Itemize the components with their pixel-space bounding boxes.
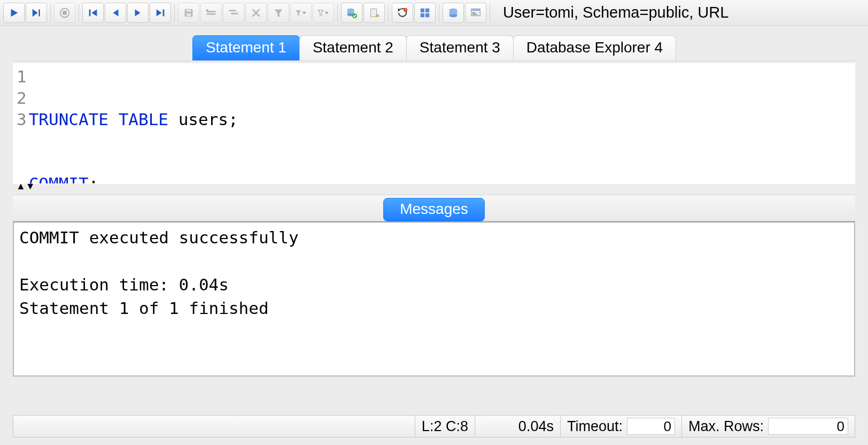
exec-time: 0.04s <box>475 416 561 437</box>
svg-rect-13 <box>186 13 191 16</box>
autocommit-icon: ! <box>397 7 408 19</box>
insert-row-icon <box>205 7 217 19</box>
svg-text:!: ! <box>405 8 406 12</box>
window-list-button[interactable] <box>465 3 486 23</box>
db-rollback-icon <box>368 7 380 19</box>
svg-marker-6 <box>91 9 97 16</box>
commit-button[interactable] <box>341 3 362 23</box>
stop-button[interactable] <box>54 3 75 23</box>
timeout-label: Timeout: <box>567 418 623 435</box>
svg-marker-21 <box>318 10 323 16</box>
rollback-button[interactable] <box>363 3 385 23</box>
sql-editor[interactable]: 1 2 3 TRUNCATE TABLE users; COMMIT; <box>13 63 855 184</box>
toolbar-separator <box>490 4 490 22</box>
save-icon <box>183 7 195 19</box>
svg-rect-40 <box>471 9 480 11</box>
grid-icon <box>419 7 431 19</box>
svg-rect-41 <box>472 12 476 13</box>
filter-dropdown-icon <box>295 7 307 19</box>
svg-rect-5 <box>89 9 91 16</box>
autocommit-toggle[interactable]: ! <box>392 3 413 23</box>
filter-button[interactable] <box>268 3 289 23</box>
svg-rect-10 <box>163 9 165 16</box>
svg-rect-34 <box>421 13 424 17</box>
db-explorer-button[interactable] <box>443 3 464 23</box>
duplicate-row-button[interactable] <box>223 3 244 23</box>
line-number: 3 <box>17 109 27 130</box>
svg-marker-22 <box>325 11 329 14</box>
svg-marker-0 <box>11 9 18 17</box>
filter-clear-button[interactable] <box>313 3 334 23</box>
toolbar-separator <box>174 4 175 22</box>
database-icon <box>447 7 459 19</box>
svg-marker-9 <box>157 9 162 16</box>
toolbar: ! User=tomi, Schema=public, URL <box>0 0 868 26</box>
save-button[interactable] <box>178 3 199 23</box>
toolbar-separator <box>337 4 338 22</box>
status-spacer <box>13 416 415 437</box>
next-record-button[interactable] <box>127 3 149 23</box>
first-icon <box>87 7 99 19</box>
last-record-button[interactable] <box>150 3 171 23</box>
svg-rect-42 <box>472 13 477 14</box>
filter-clear-icon <box>317 7 329 19</box>
stop-icon <box>59 7 71 19</box>
status-bar: L:2 C:8 0.04s Timeout: Max. Rows: <box>13 415 855 438</box>
code-line: COMMIT; <box>29 173 238 184</box>
timeout-input[interactable] <box>627 418 675 435</box>
filter-drop-button[interactable] <box>290 3 312 23</box>
svg-marker-20 <box>303 11 306 14</box>
delete-row-button[interactable] <box>245 3 267 23</box>
play-cursor-icon <box>30 7 42 19</box>
timeout-cell: Timeout: <box>561 416 682 437</box>
line-gutter: 1 2 3 <box>13 64 28 183</box>
run-current-button[interactable] <box>26 3 47 23</box>
svg-marker-18 <box>275 9 283 17</box>
insert-row-button[interactable] <box>200 3 222 23</box>
messages-panel[interactable]: COMMIT executed successfully Execution t… <box>13 221 855 377</box>
tab-messages[interactable]: Messages <box>383 198 485 221</box>
show-objects-button[interactable] <box>414 3 436 23</box>
svg-rect-14 <box>207 11 216 12</box>
db-commit-icon <box>346 7 358 19</box>
toolbar-separator <box>79 4 79 22</box>
svg-marker-1 <box>33 9 38 17</box>
svg-marker-19 <box>296 10 301 16</box>
filter-icon <box>273 7 284 19</box>
svg-marker-8 <box>135 9 141 16</box>
prev-record-button[interactable] <box>105 3 126 23</box>
splitter-handle[interactable]: ▲▼ <box>13 184 855 191</box>
toolbar-separator <box>439 4 439 22</box>
tab-database-explorer[interactable]: Database Explorer 4 <box>513 35 676 60</box>
svg-rect-2 <box>39 9 40 16</box>
delete-icon <box>250 7 262 19</box>
tab-statement-2[interactable]: Statement 2 <box>299 35 407 60</box>
svg-rect-12 <box>186 9 191 12</box>
svg-rect-17 <box>231 13 238 14</box>
svg-rect-32 <box>421 8 424 12</box>
window-list-icon <box>470 7 482 19</box>
svg-rect-35 <box>425 13 429 17</box>
tab-statement-1[interactable]: Statement 1 <box>192 35 300 60</box>
maxrows-label: Max. Rows: <box>688 418 764 435</box>
svg-marker-7 <box>113 9 118 16</box>
cursor-position: L:2 C:8 <box>415 416 475 437</box>
last-icon <box>154 7 166 19</box>
svg-rect-4 <box>63 11 66 14</box>
first-record-button[interactable] <box>82 3 104 23</box>
svg-point-38 <box>449 14 458 17</box>
next-icon <box>132 7 144 19</box>
toolbar-separator <box>50 4 51 22</box>
tabs-row: Statement 1 Statement 2 Statement 3 Data… <box>0 35 868 60</box>
line-number: 1 <box>17 66 27 87</box>
tab-statement-3[interactable]: Statement 3 <box>406 35 514 60</box>
svg-rect-33 <box>425 8 429 12</box>
run-button[interactable] <box>3 3 25 23</box>
duplicate-row-icon <box>228 7 239 19</box>
code-area[interactable]: TRUNCATE TABLE users; COMMIT; <box>28 64 238 183</box>
maxrows-input[interactable] <box>768 418 848 435</box>
svg-rect-15 <box>207 13 216 14</box>
line-number: 2 <box>17 87 27 109</box>
toolbar-separator <box>388 4 389 22</box>
svg-rect-16 <box>229 10 236 11</box>
